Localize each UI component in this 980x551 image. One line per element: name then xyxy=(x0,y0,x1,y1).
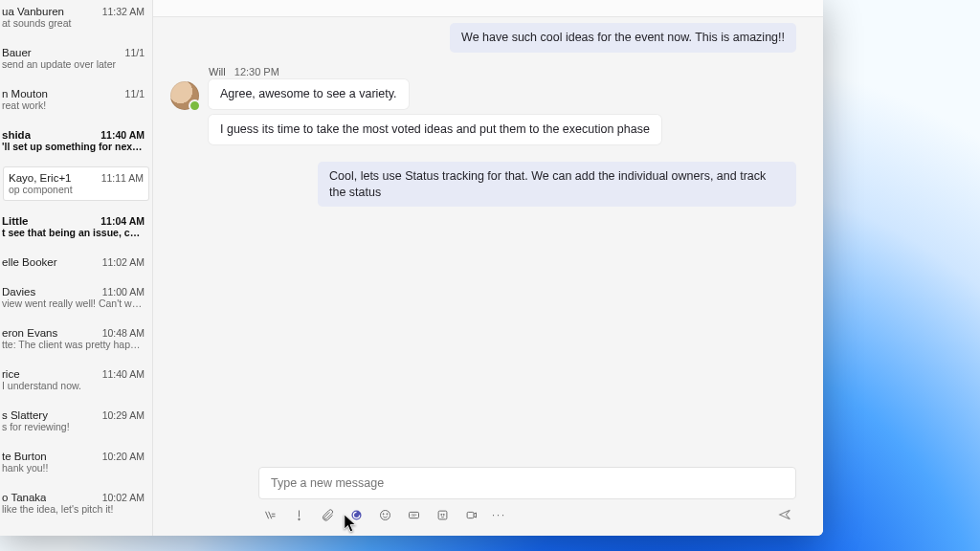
chat-list-item[interactable]: ua Vanburen11:32 AM at sounds great xyxy=(0,0,152,34)
svg-point-3 xyxy=(380,510,390,519)
svg-point-9 xyxy=(440,514,441,515)
avatar[interactable] xyxy=(170,81,199,110)
chat-list-item[interactable]: shida11:40 AM 'll set up something for n… xyxy=(0,123,152,158)
chat-list-sidebar[interactable]: ua Vanburen11:32 AM at sounds great Baue… xyxy=(0,0,153,536)
message-time: 12:30 PM xyxy=(234,66,279,77)
more-actions[interactable]: ··· xyxy=(492,509,506,520)
emoji-icon[interactable] xyxy=(377,507,392,522)
outgoing-message[interactable]: Cool, lets use Status tracking for that.… xyxy=(318,162,796,208)
svg-point-10 xyxy=(443,514,444,515)
svg-rect-11 xyxy=(467,512,474,518)
messages-area[interactable]: We have such cool ideas for the event no… xyxy=(153,17,823,467)
svg-point-5 xyxy=(386,513,387,514)
chat-list-item[interactable]: s Slattery10:29 AM s for reviewing! xyxy=(0,404,152,438)
loop-component-icon[interactable] xyxy=(348,507,364,522)
chat-name: ua Vanburen xyxy=(2,6,64,17)
chat-preview: at sounds great xyxy=(2,17,145,29)
gif-icon[interactable]: GIF xyxy=(406,507,421,522)
chat-time: 11:32 AM xyxy=(102,6,145,17)
chat-list-item[interactable]: n Mouton11/1 reat work! xyxy=(0,82,152,117)
svg-text:GIF: GIF xyxy=(411,514,417,518)
priority-icon[interactable] xyxy=(291,507,306,522)
compose-toolbar: GIF ··· xyxy=(258,507,796,522)
chat-list-item[interactable]: elle Booker11:02 AM xyxy=(0,251,152,274)
compose-area: Type a new message GIF ··· xyxy=(153,467,823,536)
stream-icon[interactable] xyxy=(463,507,479,522)
incoming-message-group: Will 12:30 PM Agree, awesome to see a va… xyxy=(170,66,796,150)
chat-header xyxy=(153,0,823,17)
attach-icon[interactable] xyxy=(320,507,335,522)
send-button[interactable] xyxy=(777,507,792,522)
chat-list-item[interactable]: Bauer11/1 send an update over later xyxy=(0,41,152,76)
chat-list-item[interactable]: rice11:40 AM I understand now. xyxy=(0,363,152,397)
chat-list-item-selected[interactable]: Kayo, Eric+111:11 AM op component xyxy=(3,166,149,201)
message-input[interactable]: Type a new message xyxy=(258,467,796,499)
incoming-message[interactable]: Agree, awesome to see a variety. xyxy=(209,79,409,109)
chat-list-item[interactable]: Little11:04 AM t see that being an issue… xyxy=(0,209,152,244)
chat-list-item[interactable]: eron Evans10:48 AM tte: The client was p… xyxy=(0,321,152,356)
chat-main-panel: We have such cool ideas for the event no… xyxy=(153,0,823,536)
chat-list-item[interactable]: Davies11:00 AM view went really well! Ca… xyxy=(0,280,152,315)
svg-point-4 xyxy=(383,513,384,514)
outgoing-message[interactable]: We have such cool ideas for the event no… xyxy=(450,23,796,53)
teams-chat-window: ua Vanburen11:32 AM at sounds great Baue… xyxy=(0,0,823,536)
svg-rect-8 xyxy=(438,511,447,519)
svg-point-1 xyxy=(298,518,300,520)
format-icon[interactable] xyxy=(262,507,278,522)
message-meta: Will 12:30 PM xyxy=(209,66,796,77)
incoming-message[interactable]: I guess its time to take the most voted … xyxy=(209,115,661,144)
chat-list-item[interactable]: o Tanaka10:02 AM like the idea, let's pi… xyxy=(0,486,152,520)
sender-name: Will xyxy=(209,66,226,77)
chat-list-item[interactable]: te Burton10:20 AM hank you!! xyxy=(0,445,152,479)
sticker-icon[interactable] xyxy=(434,507,450,522)
